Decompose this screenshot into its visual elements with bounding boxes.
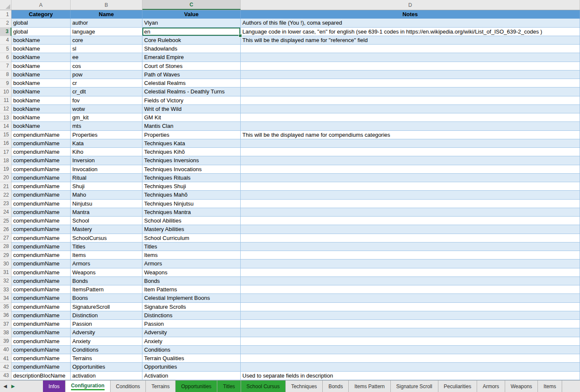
cell-c11[interactable]: Fields of Victory [142, 96, 241, 105]
next-sheet-arrow-icon[interactable]: ▶ [11, 384, 14, 389]
row-number[interactable]: 27 [0, 234, 11, 243]
row-number[interactable]: 15 [0, 131, 11, 139]
row-number[interactable]: 9 [0, 79, 11, 87]
row-number[interactable]: 32 [0, 277, 11, 285]
cell-a9[interactable]: bookName [11, 79, 71, 87]
row-number[interactable]: 1 [0, 10, 11, 19]
cell-c37[interactable]: Passion [142, 320, 241, 328]
row-number[interactable]: 38 [0, 328, 11, 337]
cell-b10[interactable]: cr_dlt [71, 87, 142, 96]
cell-a36[interactable]: compendiumName [11, 311, 71, 320]
row-number[interactable]: 5 [0, 45, 11, 53]
row-number[interactable]: 25 [0, 217, 11, 225]
cell-a23[interactable]: compendiumName [11, 200, 71, 208]
cell-d15[interactable]: This will be the displayed name for comp… [241, 131, 580, 139]
row-number[interactable]: 12 [0, 105, 11, 113]
row-number[interactable]: 31 [0, 268, 11, 277]
cell-d16[interactable] [241, 139, 580, 148]
row-number[interactable]: 26 [0, 225, 11, 234]
cell-b23[interactable]: Ninjutsu [71, 200, 142, 208]
cell-b26[interactable]: Mastery [71, 225, 142, 234]
column-header-b[interactable]: B [71, 0, 142, 10]
header-cell-category[interactable]: Category [11, 10, 71, 19]
cell-c35[interactable]: Signature Scrolls [142, 303, 241, 311]
select-all-corner[interactable] [0, 0, 11, 10]
cell-b30[interactable]: Armors [71, 259, 142, 268]
cell-d18[interactable] [241, 156, 580, 165]
cell-a38[interactable]: compendiumName [11, 328, 71, 337]
cell-c29[interactable]: Items [142, 251, 241, 259]
cell-b6[interactable]: ee [71, 53, 142, 62]
cell-d37[interactable] [241, 320, 580, 328]
row-number[interactable]: 40 [0, 346, 11, 354]
cell-d6[interactable] [241, 53, 580, 62]
cell-b18[interactable]: Inversion [71, 156, 142, 165]
row-number[interactable]: 39 [0, 337, 11, 346]
row-number[interactable]: 43 [0, 372, 11, 380]
cell-d13[interactable] [241, 113, 580, 122]
row-number[interactable]: 20 [0, 174, 11, 182]
row-number[interactable]: 22 [0, 191, 11, 199]
cell-d27[interactable] [241, 234, 580, 243]
cell-c34[interactable]: Celestial Implement Boons [142, 294, 241, 302]
row-number[interactable]: 42 [0, 363, 11, 371]
cell-c28[interactable]: Titles [142, 243, 241, 251]
cell-b37[interactable]: Passion [71, 320, 142, 328]
cell-a13[interactable]: bookName [11, 113, 71, 122]
cell-b32[interactable]: Bonds [71, 277, 142, 285]
cell-b15[interactable]: Properties [71, 131, 142, 139]
cell-c9[interactable]: Celestial Realms [142, 79, 241, 87]
cell-c38[interactable]: Adversity [142, 328, 241, 337]
cell-b12[interactable]: wotw [71, 105, 142, 113]
cell-b28[interactable]: Titles [71, 243, 142, 251]
cell-b5[interactable]: sl [71, 45, 142, 53]
cell-a30[interactable]: compendiumName [11, 259, 71, 268]
cell-c8[interactable]: Path of Waves [142, 71, 241, 79]
row-number[interactable]: 19 [0, 165, 11, 174]
cell-c24[interactable]: Techniques Mantra [142, 208, 241, 217]
cell-b4[interactable]: core [71, 36, 142, 45]
column-header-a[interactable]: A [11, 0, 71, 10]
cell-a19[interactable]: compendiumName [11, 165, 71, 174]
cell-b22[interactable]: Maho [71, 191, 142, 199]
sheet-tab-terrains[interactable]: Terrains [146, 381, 176, 392]
cell-d31[interactable] [241, 268, 580, 277]
cell-d4[interactable]: This will be the displayed name for "ref… [241, 36, 580, 45]
cell-b3[interactable]: language [71, 28, 142, 36]
cell-a21[interactable]: compendiumName [11, 182, 71, 191]
sheet-tab-opportunities[interactable]: Opportunities [176, 381, 217, 392]
cell-c27[interactable]: School Curriculum [142, 234, 241, 243]
sheet-tab-signature-scroll[interactable]: Signature Scroll [391, 381, 438, 392]
cell-a27[interactable]: compendiumName [11, 234, 71, 243]
cell-d3[interactable]: Language code in lower case, "en" for en… [241, 28, 580, 36]
cell-a10[interactable]: bookName [11, 87, 71, 96]
sheet-tab-titles[interactable]: Titles [217, 381, 241, 392]
cell-d2[interactable]: Authors of this file (You !), coma separ… [241, 19, 580, 27]
cell-d14[interactable] [241, 122, 580, 130]
row-number[interactable]: 34 [0, 294, 11, 302]
cell-a37[interactable]: compendiumName [11, 320, 71, 328]
cell-a4[interactable]: bookName [11, 36, 71, 45]
row-number[interactable]: 13 [0, 113, 11, 122]
cell-d26[interactable] [241, 225, 580, 234]
cell-a14[interactable]: bookName [11, 122, 71, 130]
cell-b16[interactable]: Kata [71, 139, 142, 148]
cell-c18[interactable]: Techniques Inversions [142, 156, 241, 165]
sheet-tab-bonds[interactable]: Bonds [323, 381, 349, 392]
cell-c26[interactable]: Mastery Abilities [142, 225, 241, 234]
row-number[interactable]: 17 [0, 148, 11, 156]
cell-b8[interactable]: pow [71, 71, 142, 79]
cell-d34[interactable] [241, 294, 580, 302]
row-number[interactable]: 16 [0, 139, 11, 148]
row-number[interactable]: 6 [0, 53, 11, 62]
cell-a41[interactable]: compendiumName [11, 354, 71, 363]
cell-c13[interactable]: GM Kit [142, 113, 241, 122]
prev-sheet-arrow-icon[interactable]: ◀ [3, 384, 7, 389]
selected-cell-c3[interactable]: en [142, 28, 241, 36]
row-number[interactable]: 35 [0, 303, 11, 311]
row-number[interactable]: 28 [0, 243, 11, 251]
cell-a43[interactable]: descriptionBlocName [11, 372, 71, 380]
sheet-tab-items-pattern[interactable]: Items Pattern [349, 381, 390, 392]
row-number[interactable]: 21 [0, 182, 11, 191]
cell-a24[interactable]: compendiumName [11, 208, 71, 217]
